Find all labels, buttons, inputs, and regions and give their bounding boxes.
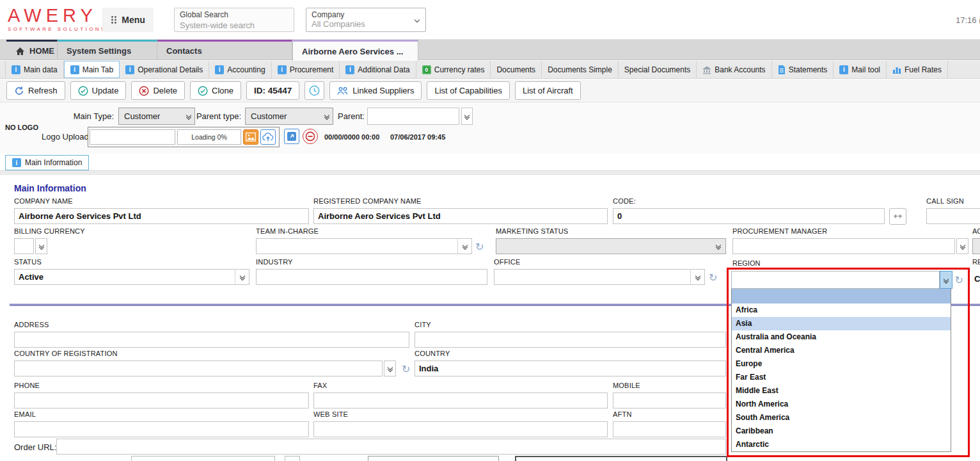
region-refresh-icon[interactable]: ↻ (952, 271, 965, 289)
region-option[interactable]: North America (732, 398, 951, 411)
office-refresh-icon[interactable]: ↻ (709, 273, 717, 283)
home-icon (15, 47, 25, 56)
tab-system-settings-label: System Settings (67, 46, 131, 56)
subtab-label: Operational Details (138, 65, 203, 74)
linked-suppliers-button[interactable]: Linked Suppliers (329, 81, 422, 100)
clipped-input[interactable] (131, 456, 275, 461)
clone-button[interactable]: Clone (190, 81, 241, 100)
global-search-label: Global Search (180, 10, 288, 19)
clipped-button[interactable] (368, 456, 499, 461)
global-search-input[interactable] (180, 20, 288, 30)
phone-input[interactable] (14, 392, 309, 408)
status-select[interactable]: Active (14, 269, 249, 285)
remove-logo-button[interactable] (303, 129, 318, 144)
section-tab-main-information[interactable]: i Main Information (5, 155, 89, 170)
subtab-bank-accounts[interactable]: Bank Accounts (697, 61, 771, 78)
logo-upload-group: Loading 0% (88, 127, 280, 147)
billing-currency-chevron-button[interactable] (35, 238, 47, 254)
team-in-charge-select[interactable] (256, 238, 472, 254)
industry-input[interactable] (256, 269, 487, 285)
region-option[interactable]: South America (732, 411, 951, 425)
subtab-procurement[interactable]: i Procurement (272, 61, 340, 78)
subtab-documents[interactable]: Documents (491, 61, 542, 78)
region-option[interactable]: Caribbean (732, 425, 951, 438)
order-url-input[interactable] (56, 439, 726, 455)
registered-company-name-input[interactable] (313, 208, 608, 224)
refresh-button[interactable]: Refresh (6, 81, 65, 100)
clipped-field[interactable] (515, 456, 727, 461)
procurement-manager-input[interactable] (732, 238, 955, 254)
delete-button[interactable]: Delete (131, 81, 185, 100)
fax-input[interactable] (313, 392, 608, 408)
menu-button[interactable]: Menu (102, 8, 154, 32)
subtab-special-documents[interactable]: Special Documents (619, 61, 697, 78)
subtab-accounting[interactable]: i Accounting (209, 61, 271, 78)
region-input[interactable] (731, 271, 940, 289)
region-chevron-button[interactable] (940, 271, 952, 289)
city-input[interactable] (415, 332, 726, 348)
region-option[interactable]: Australia and Oceania (732, 330, 951, 344)
logo-subtitle: SOFTWARE SOLUTIONS (8, 26, 107, 32)
tab-system-settings[interactable]: System Settings (58, 40, 157, 60)
country-input[interactable] (415, 360, 726, 376)
subtab-additional-data[interactable]: i Additional Data (340, 61, 416, 78)
country-of-registration-input[interactable] (14, 360, 383, 376)
list-of-capabilities-button[interactable]: List of Capabilities (427, 81, 510, 100)
parent-type-select[interactable]: Customer (245, 108, 333, 125)
region-option[interactable]: Central America (732, 344, 951, 357)
region-option[interactable]: Europe (732, 357, 951, 371)
tab-contacts[interactable]: Contacts (157, 40, 292, 60)
subtab-currency-rates[interactable]: 0 Currency rates (416, 61, 491, 78)
history-button[interactable] (304, 81, 324, 100)
region-select[interactable]: ↻ (731, 271, 965, 289)
country-of-registration-refresh-icon[interactable]: ↻ (402, 364, 410, 375)
subtab-documents-simple[interactable]: Documents Simple (542, 61, 619, 78)
office-select[interactable] (494, 269, 705, 285)
update-button[interactable]: Update (70, 81, 127, 100)
region-option[interactable]: Africa (732, 303, 951, 317)
upload-icon-button[interactable] (260, 129, 276, 145)
subtab-main-data[interactable]: i Main data (5, 61, 64, 78)
created-timestamp: 00/00/0000 00:00 (324, 133, 379, 141)
region-option[interactable]: Middle East (732, 384, 951, 398)
call-sign-input[interactable] (926, 208, 980, 224)
code-increment-button[interactable]: ++ (889, 208, 906, 225)
chevron-double-icon (388, 366, 392, 371)
web-site-input[interactable] (313, 421, 608, 437)
region-option[interactable]: Far East (732, 371, 951, 384)
company-name-input[interactable] (14, 208, 309, 224)
tab-airborne-aero-services[interactable]: Airborne Aero Services ... (292, 40, 418, 61)
country-of-registration-chevron-button[interactable] (384, 360, 396, 376)
open-link-button[interactable] (284, 129, 299, 144)
procurement-manager-chevron-button[interactable] (956, 238, 968, 254)
logo-file-input[interactable] (90, 129, 175, 145)
subtab-statements[interactable]: Statements (772, 61, 834, 78)
region-option-highlighted[interactable]: Asia (732, 317, 951, 330)
subtab-mail-tool[interactable]: i Mail tool (834, 61, 887, 78)
list-of-aircraft-button[interactable]: List of Aircraft (515, 81, 581, 100)
tab-home[interactable]: HOME (6, 40, 58, 60)
code-input[interactable] (613, 208, 885, 224)
clipped-chevron-box[interactable] (285, 456, 300, 461)
parent-select[interactable] (367, 108, 459, 125)
aftn-input[interactable] (613, 421, 726, 437)
image-preview-button[interactable] (243, 129, 258, 145)
awery-logo[interactable]: AWERY SOFTWARE SOLUTIONS (8, 6, 107, 32)
subtab-operational-details[interactable]: i Operational Details (120, 61, 209, 78)
billing-currency-input[interactable] (14, 238, 34, 254)
marketing-status-select[interactable] (496, 238, 726, 254)
subtab-main-tab[interactable]: i Main Tab (64, 61, 120, 78)
company-selector[interactable]: Company All Companies (306, 8, 426, 32)
clipped-select[interactable] (972, 238, 980, 254)
region-option-empty[interactable] (732, 289, 951, 303)
main-type-select[interactable]: Customer (118, 108, 195, 125)
mobile-input[interactable] (613, 392, 726, 408)
subtab-label: Bank Accounts (715, 65, 765, 74)
address-input[interactable] (14, 332, 409, 348)
address-label: ADDRESS (14, 321, 409, 330)
subtab-fuel-rates[interactable]: Fuel Rates (887, 61, 948, 78)
email-input[interactable] (14, 421, 309, 437)
parent-chevron-button[interactable] (461, 108, 473, 125)
team-in-charge-refresh-icon[interactable]: ↻ (475, 242, 484, 252)
region-option[interactable]: Antarctic (732, 438, 951, 451)
